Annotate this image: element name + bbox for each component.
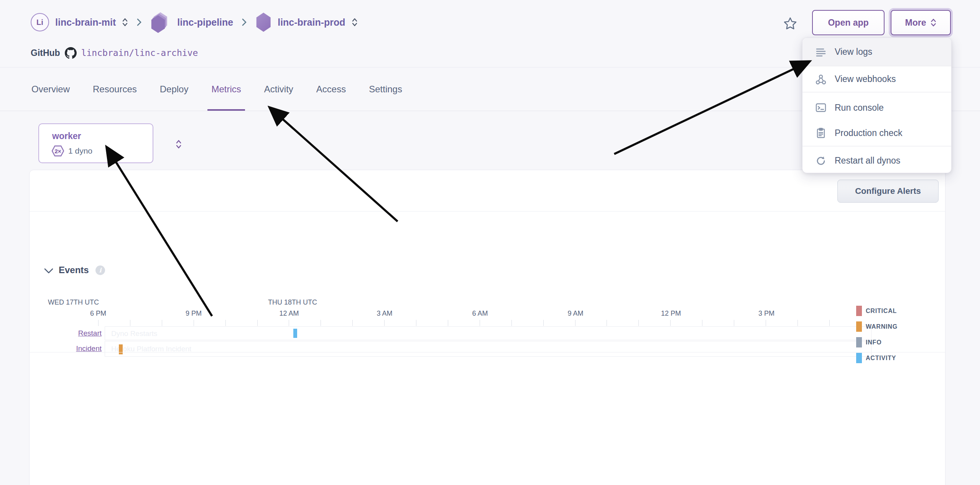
favorite-star-icon[interactable] [783,16,797,30]
legend-swatch [856,321,862,332]
events-row-ghost-label: Dyno Restarts [111,329,157,338]
app-switcher-caret-icon[interactable] [352,17,358,27]
console-icon [816,102,826,113]
axis-tick [797,320,798,326]
tab-resources[interactable]: Resources [93,67,137,111]
breadcrumb-app[interactable]: linc-brain-prod [278,17,345,28]
legend-item-warning: WARNING [856,321,898,332]
github-octocat-icon [65,47,77,59]
more-button[interactable]: More [891,10,951,35]
open-app-button[interactable]: Open app [812,10,885,35]
tab-access[interactable]: Access [316,67,346,111]
events-axis-time: 12 AM [266,310,312,318]
menu-item-production-check[interactable]: Production check [802,120,951,146]
axis-tick [702,320,702,326]
github-label: GitHub [31,48,60,58]
events-axis-time: 9 AM [552,310,599,318]
axis-tick [607,320,607,326]
team-avatar[interactable]: Li [31,13,49,31]
tab-metrics[interactable]: Metrics [211,67,241,111]
events-info-icon[interactable]: i [95,265,105,275]
axis-tick [225,320,226,326]
restart-icon [816,156,826,166]
legend-item-info: INFO [856,337,898,347]
axis-tick [543,320,544,326]
more-dropdown-menu: View logs View webhooks Run console Prod… [802,38,952,173]
events-title: Events [59,265,89,275]
dyno-process-name: worker [52,131,81,141]
menu-item-view-webhooks[interactable]: View webhooks [802,67,951,92]
axis-tick [257,320,258,326]
events-axis-day1: WED 17TH UTC [48,298,99,306]
axis-tick [448,320,448,326]
axis-tick [130,320,130,326]
events-incident-link[interactable]: Incident [53,344,102,353]
events-axis-time: 3 PM [743,310,789,318]
events-section: Events i WED 17TH UTC THU 18TH UTC 6 PM … [30,211,945,352]
breadcrumb-team[interactable]: linc-brain-mit [55,17,116,28]
events-collapse-chevron-icon[interactable] [44,268,54,274]
axis-tick [766,320,766,326]
axis-tick [575,320,576,326]
clipboard-icon [816,128,826,138]
legend-item-critical: CRITICAL [856,306,898,316]
configure-alerts-button[interactable]: Configure Alerts [837,180,939,203]
event-marker-activity[interactable] [293,329,297,338]
menu-item-run-console[interactable]: Run console [802,95,951,120]
menu-item-view-logs[interactable]: View logs [802,38,951,66]
tab-activity[interactable]: Activity [264,67,293,111]
axis-tick [829,320,830,326]
breadcrumb-separator-icon [136,18,142,27]
github-repo-link[interactable]: lincbrain/linc-archive [81,48,198,58]
axis-tick [289,320,289,326]
dyno-count: 1 dyno [68,146,92,156]
axis-tick [98,320,99,326]
axis-tick [480,320,480,326]
axis-tick [734,320,734,326]
legend-swatch [856,306,862,316]
menu-item-restart-all-dynos[interactable]: Restart all dynos [802,149,951,173]
tab-overview[interactable]: Overview [31,67,70,111]
axis-tick [670,320,671,326]
axis-tick [162,320,162,326]
more-caret-icon [931,18,936,27]
events-axis-time: 9 PM [171,310,217,318]
events-restart-link[interactable]: Restart [53,329,102,338]
axis-tick [321,320,321,326]
axis-tick [352,320,353,326]
pipeline-icon [150,11,171,33]
app-icon [255,13,271,32]
events-axis-ticks [30,320,945,326]
team-avatar-initials: Li [36,18,43,27]
dyno-size-badge: 2× [51,145,64,157]
dyno-process-selector[interactable]: worker 2× 1 dyno [38,123,153,163]
axis-tick [416,320,416,326]
logs-icon [816,47,826,57]
tab-settings[interactable]: Settings [369,67,402,111]
events-axis-time: 3 AM [362,310,408,318]
webhook-icon [816,74,826,85]
axis-tick [511,320,512,326]
events-axis-time: 6 AM [457,310,503,318]
events-row-restart-track: Dyno Restarts [105,326,871,340]
axis-tick [384,320,385,326]
svg-text:2×: 2× [54,148,61,154]
menu-divider [802,146,951,146]
breadcrumb-pipeline[interactable]: linc-pipeline [177,17,233,28]
events-axis-day2: THU 18TH UTC [254,298,331,306]
events-axis-time: 6 PM [75,310,121,318]
dyno-selector-caret-icon [176,139,182,149]
menu-divider [802,92,951,92]
metrics-panel: Configure Alerts Events i WED 17TH UTC T… [29,170,945,485]
axis-tick [194,320,194,326]
breadcrumb-separator-icon [242,18,247,27]
memory-section: Memory Usage i LATEST 44.9 % 459.9 MB MA… [30,352,945,485]
tab-deploy[interactable]: Deploy [160,67,189,111]
legend-swatch [856,337,862,347]
team-switcher-caret-icon[interactable] [122,17,128,27]
axis-tick [638,320,639,326]
events-axis-time: 12 PM [648,310,694,318]
